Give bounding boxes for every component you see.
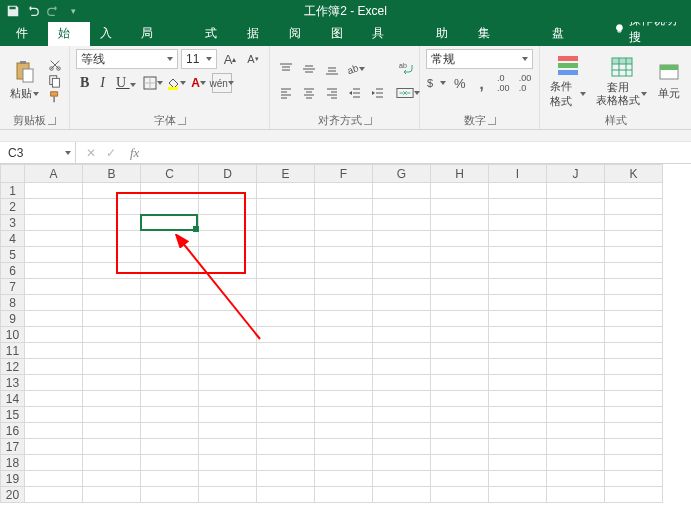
- cell[interactable]: [373, 487, 431, 503]
- decrease-font-button[interactable]: A▾: [243, 49, 263, 69]
- save-icon[interactable]: [6, 4, 20, 18]
- row-header[interactable]: 13: [1, 375, 25, 391]
- paste-button[interactable]: 粘贴: [6, 58, 43, 103]
- cell[interactable]: [315, 215, 373, 231]
- dialog-launcher-icon[interactable]: [48, 117, 56, 125]
- cell[interactable]: [373, 199, 431, 215]
- number-format-combo[interactable]: 常规: [426, 49, 533, 69]
- cell[interactable]: [141, 343, 199, 359]
- cell[interactable]: [489, 455, 547, 471]
- cell[interactable]: [257, 391, 315, 407]
- cell[interactable]: [373, 407, 431, 423]
- cell[interactable]: [489, 439, 547, 455]
- cell[interactable]: [373, 455, 431, 471]
- cell[interactable]: [489, 247, 547, 263]
- cell[interactable]: [605, 455, 663, 471]
- cell[interactable]: [83, 231, 141, 247]
- cell[interactable]: [25, 407, 83, 423]
- column-header[interactable]: A: [25, 165, 83, 183]
- cell[interactable]: [605, 423, 663, 439]
- cell[interactable]: [25, 247, 83, 263]
- cell[interactable]: [257, 487, 315, 503]
- cell[interactable]: [141, 183, 199, 199]
- column-header[interactable]: E: [257, 165, 315, 183]
- cell[interactable]: [605, 263, 663, 279]
- cell[interactable]: [25, 487, 83, 503]
- column-header[interactable]: I: [489, 165, 547, 183]
- cell[interactable]: [199, 279, 257, 295]
- cell[interactable]: [257, 439, 315, 455]
- decrease-indent-button[interactable]: [345, 83, 365, 103]
- cell[interactable]: [547, 263, 605, 279]
- copy-button[interactable]: [47, 74, 63, 88]
- cell[interactable]: [83, 375, 141, 391]
- cell[interactable]: [547, 247, 605, 263]
- cell[interactable]: [431, 183, 489, 199]
- cell[interactable]: [315, 423, 373, 439]
- cell[interactable]: [83, 471, 141, 487]
- column-header[interactable]: C: [141, 165, 199, 183]
- cell[interactable]: [141, 455, 199, 471]
- cell[interactable]: [257, 247, 315, 263]
- cell[interactable]: [315, 263, 373, 279]
- dialog-launcher-icon[interactable]: [488, 117, 496, 125]
- cell[interactable]: [83, 215, 141, 231]
- cell[interactable]: [315, 199, 373, 215]
- cell[interactable]: [489, 215, 547, 231]
- cell[interactable]: [547, 423, 605, 439]
- row-header[interactable]: 18: [1, 455, 25, 471]
- cell[interactable]: [199, 375, 257, 391]
- format-as-table-button[interactable]: 套用 表格格式: [592, 53, 651, 107]
- cell[interactable]: [547, 183, 605, 199]
- cell[interactable]: [257, 359, 315, 375]
- orientation-button[interactable]: ab: [345, 59, 365, 79]
- cell[interactable]: [141, 423, 199, 439]
- cell[interactable]: [199, 423, 257, 439]
- cell[interactable]: [83, 487, 141, 503]
- accounting-format-button[interactable]: $: [426, 73, 446, 93]
- cell[interactable]: [199, 487, 257, 503]
- chevron-down-icon[interactable]: [65, 151, 71, 155]
- cell[interactable]: [257, 407, 315, 423]
- cell[interactable]: [199, 327, 257, 343]
- cell[interactable]: [257, 279, 315, 295]
- comma-format-button[interactable]: ,: [474, 73, 490, 93]
- column-header[interactable]: K: [605, 165, 663, 183]
- cell[interactable]: [489, 407, 547, 423]
- cell[interactable]: [605, 487, 663, 503]
- cell[interactable]: [315, 327, 373, 343]
- align-middle-button[interactable]: [299, 59, 319, 79]
- wrap-text-button[interactable]: ab: [396, 59, 420, 79]
- increase-indent-button[interactable]: [368, 83, 388, 103]
- cell[interactable]: [373, 263, 431, 279]
- cell[interactable]: [257, 471, 315, 487]
- underline-button[interactable]: U: [112, 73, 140, 93]
- cell[interactable]: [141, 375, 199, 391]
- cell[interactable]: [257, 183, 315, 199]
- cell[interactable]: [605, 439, 663, 455]
- cell[interactable]: [199, 343, 257, 359]
- cell[interactable]: [547, 343, 605, 359]
- row-header[interactable]: 17: [1, 439, 25, 455]
- cell[interactable]: [315, 343, 373, 359]
- row-header[interactable]: 2: [1, 199, 25, 215]
- cell[interactable]: [257, 375, 315, 391]
- select-all-corner[interactable]: [1, 165, 25, 183]
- cancel-formula-icon[interactable]: ✕: [86, 146, 96, 160]
- cell[interactable]: [373, 231, 431, 247]
- cell[interactable]: [547, 215, 605, 231]
- phonetic-button[interactable]: wén: [212, 73, 232, 93]
- cell[interactable]: [605, 247, 663, 263]
- cell[interactable]: [489, 327, 547, 343]
- row-header[interactable]: 9: [1, 311, 25, 327]
- align-top-button[interactable]: [276, 59, 296, 79]
- cell[interactable]: [315, 279, 373, 295]
- cell[interactable]: [489, 375, 547, 391]
- cut-button[interactable]: [47, 58, 63, 72]
- cell[interactable]: [547, 311, 605, 327]
- cell[interactable]: [83, 439, 141, 455]
- format-painter-button[interactable]: [47, 90, 63, 104]
- percent-format-button[interactable]: %: [452, 73, 468, 93]
- cell[interactable]: [431, 423, 489, 439]
- cell[interactable]: [373, 279, 431, 295]
